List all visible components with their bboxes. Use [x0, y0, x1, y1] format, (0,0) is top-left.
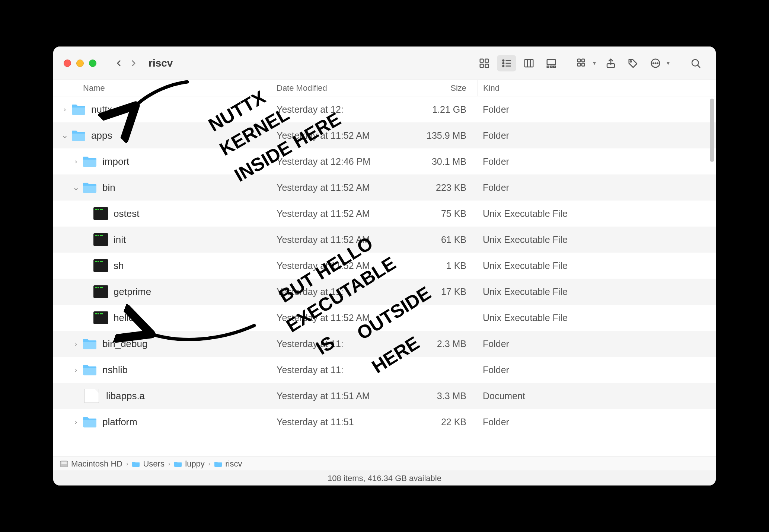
- gallery-view-button[interactable]: [542, 55, 561, 71]
- svg-rect-16: [553, 66, 555, 67]
- search-button[interactable]: [686, 55, 705, 71]
- folder-icon: [132, 461, 140, 467]
- file-name: sh: [114, 260, 124, 272]
- close-button[interactable]: [64, 60, 71, 67]
- table-row[interactable]: ostestYesterday at 11:52 AM75 KBUnix Exe…: [53, 201, 716, 227]
- path-segment[interactable]: riscv: [214, 459, 242, 469]
- window-controls: [64, 60, 96, 67]
- path-segment[interactable]: Macintosh HD: [60, 459, 122, 469]
- back-button[interactable]: [111, 56, 126, 71]
- table-row[interactable]: getprimeYesterday at 11:17 KBUnix Execut…: [53, 279, 716, 305]
- file-date: Yesterday at 11:52 AM: [277, 208, 403, 219]
- executable-icon: [93, 259, 108, 272]
- svg-rect-0: [480, 59, 484, 62]
- file-name: nuttx: [91, 104, 112, 115]
- file-size: 30.1 MB: [403, 156, 478, 167]
- svg-rect-13: [547, 60, 556, 65]
- file-date: Yesterday at 11:: [277, 286, 403, 297]
- table-row[interactable]: ⌄binYesterday at 11:52 AM223 KBFolder: [53, 174, 716, 201]
- svg-rect-15: [551, 66, 552, 67]
- action-menu-button[interactable]: [646, 55, 665, 71]
- toolbar: riscv ▾: [53, 47, 716, 80]
- file-date: Yesterday at 11:51 AM: [277, 391, 403, 401]
- svg-point-22: [630, 61, 632, 62]
- table-row[interactable]: libapps.aYesterday at 11:51 AM3.3 MBDocu…: [53, 383, 716, 409]
- file-size: 135.9 MB: [403, 130, 478, 141]
- file-date: Yesterday at 11:: [277, 365, 403, 375]
- scrollbar-thumb[interactable]: [710, 99, 714, 162]
- file-date: Yesterday at 11:51: [277, 417, 403, 427]
- tags-button[interactable]: [623, 55, 643, 71]
- executable-icon: [93, 207, 108, 220]
- column-kind[interactable]: Kind: [478, 80, 716, 96]
- folder-icon: [82, 155, 97, 168]
- svg-rect-18: [582, 59, 585, 62]
- table-row[interactable]: ›platformYesterday at 11:5122 KBFolder: [53, 409, 716, 435]
- forward-button[interactable]: [126, 56, 141, 71]
- file-date: Yesterday at 12:: [277, 104, 403, 115]
- path-label: Users: [143, 459, 164, 469]
- file-list: ›nuttxYesterday at 12:1.21 GBFolder⌄apps…: [53, 96, 716, 456]
- folder-icon: [82, 337, 97, 350]
- file-date: Yesterday at 11:52 AM: [277, 130, 403, 141]
- table-row[interactable]: ›nshlibYesterday at 11:Folder: [53, 357, 716, 383]
- file-kind: Folder: [478, 339, 716, 349]
- folder-icon: [71, 129, 86, 142]
- file-date: Yesterday at 11:52 AM: [277, 182, 403, 193]
- zoom-button[interactable]: [89, 60, 96, 67]
- file-kind: Unix Executable File: [478, 208, 716, 219]
- table-row[interactable]: initYesterday at 11:52 AM61 KBUnix Execu…: [53, 227, 716, 253]
- minimize-button[interactable]: [76, 60, 84, 67]
- svg-rect-10: [525, 60, 533, 67]
- column-view-button[interactable]: [519, 55, 539, 71]
- table-row[interactable]: ⌄appsYesterday at 11:52 AM135.9 MBFolder: [53, 122, 716, 148]
- file-date: Yesterday at 11:52 AM: [277, 234, 403, 245]
- disclosure-triangle[interactable]: ›: [61, 106, 69, 113]
- column-name[interactable]: Name: [53, 83, 277, 93]
- file-kind: Folder: [478, 130, 716, 141]
- svg-point-26: [657, 63, 658, 64]
- icon-view-button[interactable]: [475, 55, 494, 71]
- table-row[interactable]: ›bin_debugYesterday at 11:2.3 MBFolder: [53, 331, 716, 357]
- svg-point-25: [655, 63, 656, 64]
- file-size: 1 KB: [403, 260, 478, 271]
- path-separator-icon: ›: [168, 461, 170, 467]
- disclosure-triangle[interactable]: ›: [72, 158, 80, 166]
- disclosure-triangle[interactable]: ›: [72, 340, 80, 348]
- finder-window: riscv ▾: [53, 47, 716, 485]
- file-name: platform: [102, 416, 137, 428]
- path-segment[interactable]: Users: [132, 459, 164, 469]
- disclosure-triangle[interactable]: ›: [72, 418, 80, 426]
- table-row[interactable]: ›nuttxYesterday at 12:1.21 GBFolder: [53, 96, 716, 122]
- folder-icon: [82, 181, 97, 194]
- file-size: 1.21 GB: [403, 104, 478, 115]
- list-view-button[interactable]: [497, 55, 516, 71]
- disclosure-triangle[interactable]: ⌄: [61, 131, 69, 140]
- table-row[interactable]: shYesterday at 11:52 AM1 KBUnix Executab…: [53, 253, 716, 279]
- status-bar: 108 items, 416.34 GB available: [53, 471, 716, 485]
- disclosure-triangle[interactable]: ⌄: [72, 183, 80, 192]
- column-size[interactable]: Size: [403, 83, 478, 93]
- path-label: Macintosh HD: [71, 459, 122, 469]
- file-name: getprime: [114, 286, 151, 298]
- table-row[interactable]: helloYesterday at 11:52 AMUnix Executabl…: [53, 305, 716, 331]
- file-kind: Unix Executable File: [478, 286, 716, 297]
- svg-rect-17: [578, 59, 581, 62]
- path-label: luppy: [185, 459, 205, 469]
- svg-rect-1: [485, 59, 489, 62]
- svg-point-8: [502, 65, 504, 67]
- file-kind: Unix Executable File: [478, 260, 716, 271]
- path-segment[interactable]: luppy: [174, 459, 205, 469]
- disclosure-triangle[interactable]: ›: [72, 366, 80, 374]
- group-by-button[interactable]: [572, 55, 591, 71]
- file-size: 223 KB: [403, 182, 478, 193]
- column-date[interactable]: Date Modified: [277, 83, 403, 93]
- executable-icon: [93, 285, 108, 298]
- chevron-down-icon: ▾: [667, 60, 670, 67]
- toolbar-actions: ▾ ▾: [572, 55, 705, 71]
- table-row[interactable]: ›importYesterday at 12:46 PM30.1 MBFolde…: [53, 148, 716, 174]
- share-button[interactable]: [601, 55, 620, 71]
- file-date: Yesterday at 11:52 AM: [277, 260, 403, 271]
- file-name: bin: [102, 182, 115, 193]
- file-name: libapps.a: [106, 390, 145, 402]
